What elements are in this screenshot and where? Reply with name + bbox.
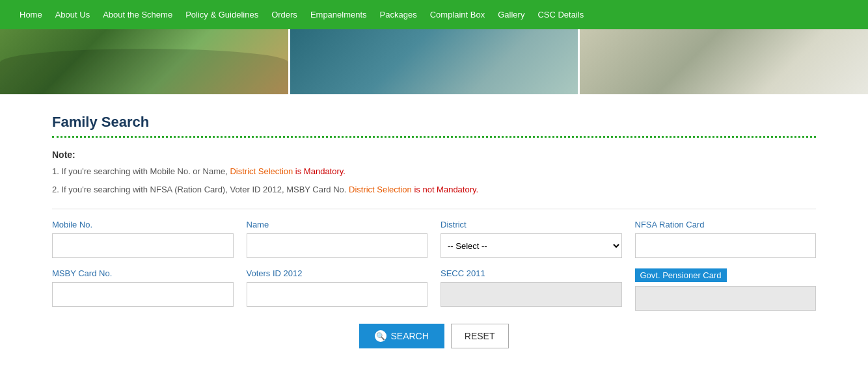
secc-2011-label: SECC 2011 <box>441 268 622 278</box>
msby-card-input[interactable] <box>52 282 234 307</box>
nfsa-ration-label: NFSA Ration Card <box>635 220 817 229</box>
nav-item-complaint[interactable]: Complaint Box <box>430 10 485 20</box>
secc-2011-input <box>441 282 622 307</box>
note-section: Note: 1. If you're searching with Mobile… <box>52 150 816 196</box>
voters-id-input[interactable] <box>247 282 428 307</box>
district-label: District <box>441 220 622 229</box>
search-icon: 🔍 <box>375 330 387 342</box>
nav-item-packages[interactable]: Packages <box>380 10 417 20</box>
mobile-no-label: Mobile No. <box>52 220 234 229</box>
govt-pensioner-input <box>635 286 817 311</box>
nav-item-empanelments[interactable]: Empanelments <box>310 10 367 20</box>
page-title: Family Search <box>52 114 816 131</box>
nfsa-ration-field: NFSA Ration Card <box>635 220 817 258</box>
district-select[interactable]: -- Select --AjmerAlwarBanswaraBaranBarme… <box>441 233 622 258</box>
voters-id-field: Voters ID 2012 <box>247 268 428 311</box>
mobile-no-input[interactable] <box>52 233 234 258</box>
hero-image-1 <box>0 29 288 94</box>
nav-item-policy[interactable]: Policy & Guidelines <box>185 10 258 20</box>
mobile-no-field: Mobile No. <box>52 220 234 258</box>
nav-item-csc[interactable]: CSC Details <box>537 10 584 20</box>
name-input[interactable] <box>247 233 428 258</box>
reset-button[interactable]: RESET <box>451 324 509 348</box>
district-field: District -- Select --AjmerAlwarBanswaraB… <box>441 220 622 258</box>
govt-pensioner-label: Govt. Pensioner Card <box>635 268 727 282</box>
voters-id-label: Voters ID 2012 <box>247 268 428 278</box>
nfsa-ration-input[interactable] <box>635 233 817 258</box>
form-actions: 🔍 SEARCH RESET <box>52 324 816 348</box>
search-button-label: SEARCH <box>390 331 428 341</box>
nav-item-home[interactable]: Home <box>20 10 42 20</box>
msby-card-field: MSBY Card No. <box>52 268 234 311</box>
name-field: Name <box>247 220 428 258</box>
note-1: 1. If you're searching with Mobile No. o… <box>52 165 816 178</box>
note-2-highlight: District Selection is not Mandatory. <box>349 185 478 194</box>
nav-item-about-scheme[interactable]: About the Scheme <box>103 10 172 20</box>
secc-2011-field: SECC 2011 <box>441 268 622 311</box>
nav-item-orders[interactable]: Orders <box>271 10 297 20</box>
govt-pensioner-field: Govt. Pensioner Card <box>635 268 817 311</box>
msby-card-label: MSBY Card No. <box>52 268 234 278</box>
note-1-highlight: District Selection is Mandatory. <box>230 166 346 176</box>
navbar: HomeAbout UsAbout the SchemePolicy & Gui… <box>0 0 868 29</box>
search-form: Mobile No. Name District -- Select --Ajm… <box>52 209 816 311</box>
section-divider <box>52 136 816 138</box>
name-label: Name <box>247 220 428 229</box>
note-label: Note: <box>52 150 816 160</box>
hero-banner <box>0 29 868 94</box>
nav-item-gallery[interactable]: Gallery <box>498 10 524 20</box>
search-button[interactable]: 🔍 SEARCH <box>359 324 444 348</box>
reset-button-label: RESET <box>465 331 495 341</box>
nav-item-about-us[interactable]: About Us <box>55 10 90 20</box>
main-content: Family Search Note: 1. If you're searchi… <box>0 94 868 368</box>
hero-image-3 <box>578 29 868 94</box>
note-2: 2. If you're searching with NFSA (Ration… <box>52 183 816 196</box>
hero-image-2 <box>288 29 578 94</box>
